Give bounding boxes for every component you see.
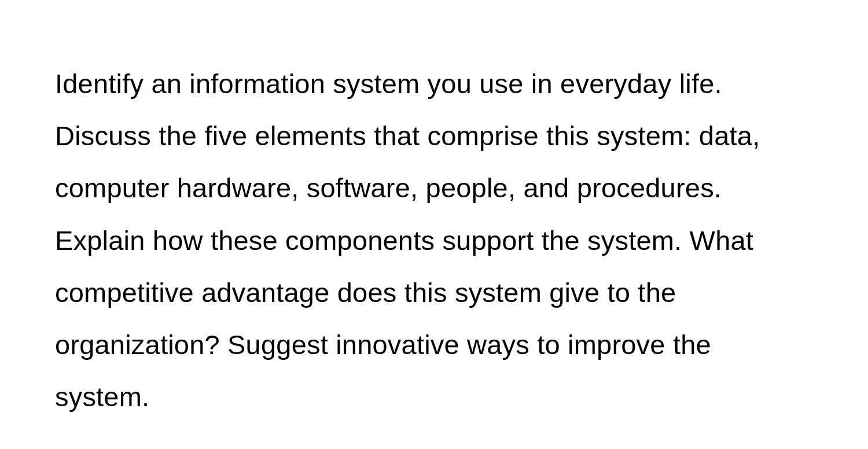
document-page: Identify an information system you use i… bbox=[0, 0, 868, 449]
body-paragraph: Identify an information system you use i… bbox=[55, 58, 813, 424]
